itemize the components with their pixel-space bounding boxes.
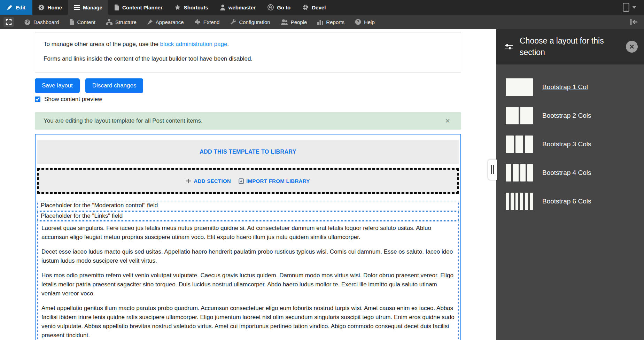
moderation-control-placeholder[interactable]: Placeholder for the "Moderation control"… <box>37 201 459 210</box>
status-close-icon[interactable]: × <box>444 117 451 125</box>
import-from-library-label: IMPORT FROM LIBRARY <box>246 178 310 184</box>
layout-thumbnail-4-cols <box>506 164 533 181</box>
sliders-icon <box>505 43 513 50</box>
menu-item-structure[interactable]: Structure <box>101 15 142 29</box>
mobile-device-icon <box>623 3 629 12</box>
layout-option-bootstrap-3-cols[interactable]: Bootstrap 3 Cols <box>496 130 644 159</box>
toolbar-item-label: Edit <box>16 5 25 10</box>
wrench-icon <box>230 19 236 25</box>
hamburger-icon <box>74 5 80 10</box>
escape-admin-icon[interactable] <box>3 17 14 27</box>
menu-item-appearance[interactable]: Appearance <box>142 15 189 29</box>
menu-item-label: Help <box>364 19 375 25</box>
menu-item-content[interactable]: Content <box>64 15 101 29</box>
new-section-dropzone: ADD SECTION IMPORT FROM LIBRARY <box>37 168 459 194</box>
status-message: You are editing the layout template for … <box>35 112 461 130</box>
layout-thumbnail-1-col <box>506 78 533 96</box>
menu-item-dashboard[interactable]: Dashboard <box>19 15 64 29</box>
layout-option-link[interactable]: Bootstrap 6 Cols <box>542 198 591 205</box>
puzzle-icon <box>194 19 201 25</box>
menu-item-people[interactable]: People <box>276 15 312 29</box>
layout-thumbnail-6-cols <box>506 193 533 210</box>
layout-option-bootstrap-4-cols[interactable]: Bootstrap 4 Cols <box>496 159 644 187</box>
form-actions: Save layout Discard changes <box>35 78 461 93</box>
device-preview-toggle[interactable] <box>615 0 644 15</box>
layout-thumbnail-3-cols <box>506 136 533 153</box>
layout-options-list: Bootstrap 1 Col Bootstrap 2 Cols Bootstr… <box>496 64 644 216</box>
menu-item-label: Structure <box>115 19 137 25</box>
toolbar-item-manage[interactable]: Manage <box>68 0 108 15</box>
toolbar-item-edit[interactable]: Edit <box>0 0 32 15</box>
question-circle-icon: ? <box>355 19 361 25</box>
block-administration-link[interactable]: block administration page <box>160 41 227 47</box>
content-preview-toggle-row: Show content preview <box>35 96 461 103</box>
svg-text:?: ? <box>357 20 359 24</box>
file-icon <box>114 5 119 10</box>
links-field-placeholder[interactable]: Placeholder for the "Links" field <box>37 211 459 221</box>
layout-option-link[interactable]: Bootstrap 2 Cols <box>542 112 591 119</box>
layout-builder-page: To manage other areas of the page, use t… <box>35 32 461 340</box>
layout-option-link[interactable]: Bootstrap 1 Col <box>542 83 588 91</box>
caret-down-icon <box>632 6 636 9</box>
toolbar-item-user[interactable]: webmaster <box>214 0 262 15</box>
plus-icon <box>186 178 191 184</box>
menu-item-label: People <box>291 19 307 25</box>
show-content-preview-label: Show content preview <box>44 96 102 103</box>
info-text: To manage other areas of the page, use t… <box>44 41 160 47</box>
info-line-1: To manage other areas of the page, use t… <box>44 40 452 48</box>
info-line-2: Forms and links inside the content of th… <box>44 55 452 63</box>
layout-option-bootstrap-6-cols[interactable]: Bootstrap 6 Cols <box>496 187 644 216</box>
import-from-library-link[interactable]: IMPORT FROM LIBRARY <box>239 178 310 184</box>
toolbar-item-label: Shortcuts <box>184 5 208 10</box>
menu-item-extend[interactable]: Extend <box>189 15 225 29</box>
layout-option-link[interactable]: Bootstrap 3 Cols <box>542 140 591 148</box>
placeholder-text: Placeholder for the "Links" field <box>41 212 123 219</box>
toolbar-item-home[interactable]: Home <box>32 0 68 15</box>
layout-thumbnail-2-cols <box>506 107 533 124</box>
menu-item-label: Extend <box>203 19 220 25</box>
status-message-text: You are editing the layout template for … <box>44 117 444 124</box>
menu-item-label: Appearance <box>156 19 184 25</box>
toolbar-item-label: webmaster <box>228 5 256 10</box>
toolbar-item-devel[interactable]: Devel <box>296 0 332 15</box>
sitemap-icon <box>106 19 112 25</box>
menu-item-label: Dashboard <box>33 19 59 25</box>
toolbar-item-content-planner[interactable]: Content Planner <box>108 0 169 15</box>
toolbar-spacer <box>332 0 615 15</box>
discard-changes-button[interactable]: Discard changes <box>85 78 143 93</box>
file-icon <box>69 19 74 25</box>
body-field-preview[interactable]: Laoreet quae singularis. Fere iaceo jus … <box>37 222 459 340</box>
pencil-icon <box>7 5 13 10</box>
close-icon[interactable] <box>626 41 638 53</box>
add-template-to-library-link[interactable]: ADD THIS TEMPLATE TO LIBRARY <box>37 140 459 164</box>
people-icon <box>281 19 288 25</box>
layout-option-bootstrap-1-col[interactable]: Bootstrap 1 Col <box>496 73 644 101</box>
dialog-resize-handle[interactable] <box>488 160 497 180</box>
tray-collapse-toggle[interactable] <box>624 19 644 25</box>
layout-option-bootstrap-2-cols[interactable]: Bootstrap 2 Cols <box>496 101 644 130</box>
dialog-title: Choose a layout for this section <box>520 35 607 58</box>
toolbar-item-label: Content Planner <box>122 5 163 10</box>
toolbar-item-go-to[interactable]: Go to <box>262 0 296 15</box>
show-content-preview-checkbox[interactable] <box>35 96 40 102</box>
search-circle-icon <box>267 4 274 10</box>
back-circle-icon <box>38 5 44 10</box>
menu-item-help[interactable]: ? Help <box>350 15 380 29</box>
save-layout-button[interactable]: Save layout <box>35 78 80 93</box>
add-section-link[interactable]: ADD SECTION <box>186 178 231 184</box>
toolbar-item-label: Manage <box>83 5 102 10</box>
body-paragraph: Laoreet quae singularis. Fere iaceo jus … <box>41 224 455 242</box>
star-icon <box>174 5 181 10</box>
menu-item-configuration[interactable]: Configuration <box>225 15 275 29</box>
layout-builder-info-box: To manage other areas of the page, use t… <box>35 32 461 72</box>
collapse-left-icon <box>630 19 638 25</box>
gauge-icon <box>24 19 31 25</box>
menu-item-label: Content <box>77 19 95 25</box>
toolbar-item-shortcuts[interactable]: Shortcuts <box>169 0 214 15</box>
menu-item-reports[interactable]: Reports <box>312 15 350 29</box>
menu-item-label: Reports <box>326 19 344 25</box>
choose-layout-dialog: Choose a layout for this section Bootstr… <box>496 29 644 340</box>
add-section-label: ADD SECTION <box>194 178 231 184</box>
brush-icon <box>147 19 153 25</box>
layout-option-link[interactable]: Bootstrap 4 Cols <box>542 169 591 177</box>
